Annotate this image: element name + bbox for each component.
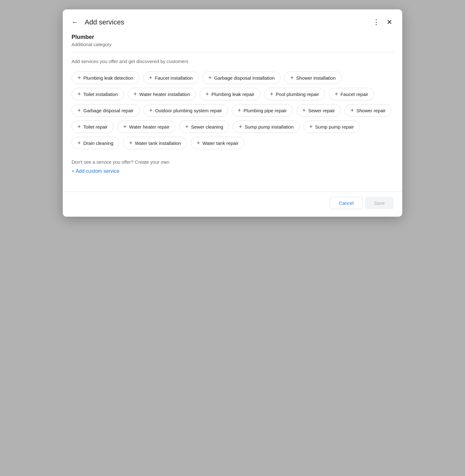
close-icon: ✕: [387, 18, 392, 26]
service-chip-label: Shower installation: [296, 75, 336, 81]
plus-icon: +: [197, 140, 200, 146]
plus-icon: +: [78, 91, 81, 97]
service-chip[interactable]: +Sump pump repair: [303, 120, 360, 133]
service-chip-label: Shower repair: [356, 108, 386, 113]
close-button[interactable]: ✕: [384, 16, 395, 29]
service-chip[interactable]: +Plumbing leak detection: [72, 71, 139, 84]
plus-icon: +: [78, 124, 81, 130]
plus-icon: +: [290, 75, 294, 81]
service-chip-label: Water heater repair: [129, 124, 170, 130]
plus-icon: +: [302, 108, 306, 113]
plus-icon: +: [335, 91, 338, 97]
plus-icon: +: [309, 124, 313, 130]
plus-icon: +: [149, 108, 153, 113]
plus-icon: +: [78, 140, 81, 146]
category-section: Plumber Additional category: [72, 34, 393, 52]
service-chip-label: Sewer cleaning: [191, 124, 223, 130]
service-chip[interactable]: +Toilet installation: [72, 88, 124, 100]
plus-icon: +: [185, 124, 189, 130]
add-services-dialog: ← Add services ⋮ ✕ Plumber Additional ca…: [63, 9, 402, 217]
service-chip[interactable]: +Garbage disposal repair: [72, 104, 140, 117]
plus-icon: +: [78, 75, 81, 81]
service-chip[interactable]: +Outdoor plumbing system repair: [143, 104, 228, 117]
plus-icon: +: [149, 75, 152, 81]
service-chip-label: Sump pump repair: [315, 124, 354, 130]
service-chip-label: Plumbing leak detection: [83, 75, 133, 81]
service-chip[interactable]: +Garbage disposal installation: [202, 71, 281, 84]
plus-icon: +: [270, 91, 274, 97]
service-chip-label: Toilet installation: [83, 92, 118, 97]
service-chip[interactable]: +Toilet repair: [72, 120, 114, 133]
more-options-button[interactable]: ⋮: [370, 16, 383, 29]
header-actions: ⋮ ✕: [370, 16, 395, 29]
dialog-footer: Cancel Save: [63, 192, 402, 217]
category-subtitle: Additional category: [72, 42, 393, 47]
service-chip-label: Plumbing leak repair: [211, 92, 254, 97]
service-chip[interactable]: +Pool plumbing repair: [264, 88, 325, 100]
section-description: Add services you offer and get discovere…: [72, 59, 393, 64]
service-chip-label: Sewer repair: [308, 108, 335, 113]
service-chip[interactable]: +Drain cleaning: [72, 137, 119, 149]
plus-icon: +: [208, 75, 212, 81]
plus-icon: +: [238, 108, 241, 113]
plus-icon: +: [134, 91, 137, 97]
custom-service-section: Don't see a service you offer? Create yo…: [72, 159, 393, 174]
service-chip-label: Water tank installation: [135, 140, 181, 146]
service-chip-label: Drain cleaning: [83, 140, 114, 146]
service-chip[interactable]: +Water heater installation: [128, 88, 196, 100]
service-chip[interactable]: +Sump pump installation: [233, 120, 299, 133]
service-chip[interactable]: +Water tank installation: [123, 137, 187, 149]
save-button[interactable]: Save: [365, 197, 393, 209]
dialog-body: Plumber Additional category Add services…: [63, 34, 402, 192]
category-name: Plumber: [72, 34, 393, 40]
dialog-title: Add services: [85, 18, 368, 26]
service-chip[interactable]: +Faucet installation: [143, 71, 199, 84]
cancel-button[interactable]: Cancel: [330, 197, 363, 209]
service-chip-label: Toilet repair: [83, 124, 108, 130]
custom-service-hint: Don't see a service you offer? Create yo…: [72, 159, 393, 165]
services-grid: +Plumbing leak detection+Faucet installa…: [72, 71, 393, 149]
plus-icon: +: [239, 124, 242, 130]
plus-icon: +: [206, 91, 209, 97]
service-chip-label: Garbage disposal repair: [83, 108, 134, 113]
back-icon: ←: [72, 18, 78, 26]
more-icon: ⋮: [373, 18, 380, 26]
plus-icon: +: [129, 140, 132, 146]
service-chip-label: Water heater installation: [139, 92, 190, 97]
dialog-header: ← Add services ⋮ ✕: [63, 9, 402, 34]
service-chip[interactable]: +Water heater repair: [117, 120, 175, 133]
service-chip-label: Water tank repair: [202, 140, 238, 146]
back-button[interactable]: ←: [69, 16, 81, 29]
plus-icon: +: [350, 108, 354, 113]
service-chip-label: Plumbing pipe repair: [243, 108, 287, 113]
service-chip-label: Sump pump installation: [245, 124, 294, 130]
service-chip-label: Faucet installation: [155, 75, 193, 81]
service-chip[interactable]: +Shower installation: [284, 71, 341, 84]
service-chip[interactable]: +Plumbing pipe repair: [232, 104, 293, 117]
service-chip-label: Faucet repair: [340, 92, 368, 97]
service-chip[interactable]: +Sewer cleaning: [179, 120, 229, 133]
add-custom-service-button[interactable]: + Add custom service: [72, 168, 120, 174]
service-chip-label: Garbage disposal installation: [214, 75, 275, 81]
add-custom-service-label: + Add custom service: [72, 168, 120, 174]
service-chip-label: Pool plumbing repair: [276, 92, 319, 97]
plus-icon: +: [123, 124, 127, 130]
plus-icon: +: [78, 108, 81, 113]
service-chip[interactable]: +Sewer repair: [297, 104, 341, 117]
service-chip[interactable]: +Shower repair: [345, 104, 392, 117]
service-chip-label: Outdoor plumbing system repair: [155, 108, 222, 113]
service-chip[interactable]: +Water tank repair: [191, 137, 244, 149]
service-chip[interactable]: +Plumbing leak repair: [200, 88, 260, 100]
service-chip[interactable]: +Faucet repair: [329, 88, 374, 100]
